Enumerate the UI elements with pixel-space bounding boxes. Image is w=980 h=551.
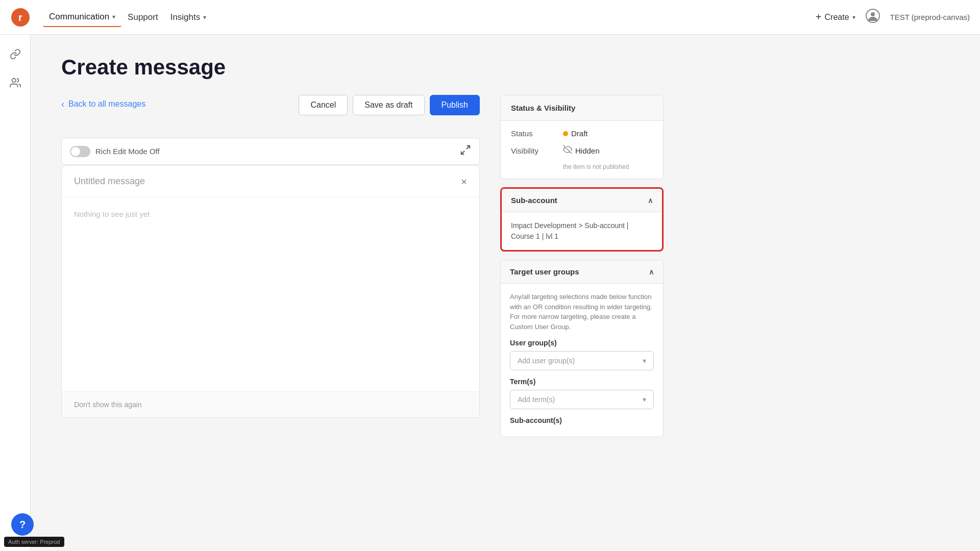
user-groups-dropdown[interactable]: Add user group(s) ▾ (510, 351, 654, 370)
navbar-right: + Create ▾ TEST (preprod-canvas) (816, 9, 970, 26)
status-row: Status Draft (511, 129, 653, 138)
message-card: Untitled message × Nothing to see just y… (61, 165, 480, 418)
status-value: Draft (563, 129, 588, 138)
visibility-row: Visibility Hidden the item (511, 145, 653, 170)
expand-icon[interactable] (460, 144, 471, 158)
message-card-body: Nothing to see just yet (62, 197, 479, 391)
main-content: Create message ‹ Back to all messages Ca… (31, 35, 980, 551)
target-body: Any/all targeting selections made below … (501, 284, 663, 437)
terms-label: Term(s) (510, 378, 654, 386)
sidebar-left (0, 35, 31, 551)
terms-dropdown[interactable]: Add term(s) ▾ (510, 390, 654, 409)
message-card-close-button[interactable]: × (461, 177, 467, 187)
message-card-header: Untitled message × (62, 166, 479, 197)
svg-line-6 (461, 151, 464, 154)
subaccount-collapse-icon[interactable]: ∧ (648, 196, 653, 205)
status-visibility-header: Status & Visibility (501, 95, 663, 121)
svg-point-4 (12, 79, 15, 82)
action-buttons: Cancel Save as draft Publish (299, 95, 480, 115)
subaccounts-label: Sub-account(s) (510, 416, 654, 424)
status-visibility-card: Status & Visibility Status Draft Visibil… (500, 95, 664, 179)
back-to-messages-link[interactable]: ‹ Back to all messages (61, 99, 145, 110)
communication-dropdown-icon: ▾ (112, 13, 115, 20)
terms-chevron-icon: ▾ (643, 395, 646, 404)
message-card-title: Untitled message (74, 176, 145, 187)
cancel-button[interactable]: Cancel (299, 95, 348, 115)
help-button[interactable]: ? (11, 513, 34, 536)
nav-item-communication[interactable]: Communication ▾ (43, 8, 121, 27)
link-icon[interactable] (6, 45, 24, 63)
rich-edit-bar: Rich Edit Mode Off (61, 138, 480, 165)
subaccount-header: Sub-account ∧ (502, 189, 662, 212)
svg-line-5 (467, 146, 470, 149)
env-label: TEST (preprod-canvas) (890, 13, 970, 21)
back-arrow-icon: ‹ (61, 99, 64, 110)
user-profile-icon[interactable] (866, 9, 880, 26)
rich-edit-toggle[interactable]: Rich Edit Mode Off (70, 146, 160, 157)
status-visibility-body: Status Draft Visibility (501, 121, 663, 179)
user-groups-chevron-icon: ▾ (643, 357, 646, 365)
message-card-footer: Don't show this again (62, 391, 479, 417)
nav-item-insights[interactable]: Insights ▾ (164, 8, 213, 27)
hidden-icon (563, 145, 572, 156)
visibility-value: Hidden (563, 145, 600, 156)
page-title: Create message (61, 55, 949, 80)
insights-dropdown-icon: ▾ (203, 14, 206, 21)
right-panel: Status & Visibility Status Draft Visibil… (500, 95, 664, 445)
visibility-sub: the item is not published (511, 163, 653, 170)
subaccount-body: Impact Development > Sub-account | Cours… (502, 212, 662, 250)
navbar: r Communication ▾ Support Insights ▾ + C… (0, 0, 980, 35)
users-icon[interactable] (6, 73, 24, 92)
target-user-groups-card: Target user groups ∧ Any/all targeting s… (500, 260, 664, 437)
svg-point-3 (871, 12, 875, 16)
publish-button[interactable]: Publish (430, 95, 480, 115)
target-collapse-icon[interactable]: ∧ (649, 268, 654, 276)
status-dot (563, 131, 568, 136)
auth-server-badge: Auth server: Preprod (4, 537, 64, 547)
editor-area: ‹ Back to all messages Cancel Save as dr… (61, 95, 480, 418)
svg-text:r: r (18, 12, 22, 23)
subaccount-card: Sub-account ∧ Impact Development > Sub-a… (500, 187, 664, 252)
create-button[interactable]: + Create ▾ (816, 11, 855, 23)
user-groups-label: User group(s) (510, 339, 654, 347)
nav-item-support[interactable]: Support (121, 8, 164, 27)
logo[interactable]: r (10, 7, 31, 28)
rich-edit-switch[interactable] (70, 146, 90, 157)
target-header: Target user groups ∧ (501, 260, 663, 284)
create-dropdown-icon: ▾ (852, 14, 855, 21)
save-draft-button[interactable]: Save as draft (353, 95, 424, 115)
target-description: Any/all targeting selections made below … (510, 292, 654, 332)
